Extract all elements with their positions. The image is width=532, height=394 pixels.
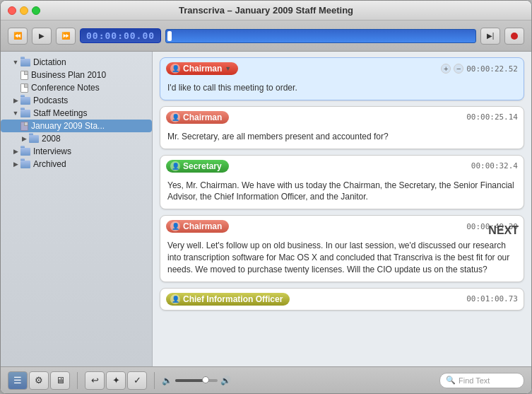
search-box[interactable]: 🔍 Find Text xyxy=(439,373,524,388)
scrubber-handle[interactable] xyxy=(167,31,172,41)
back-icon: ↩ xyxy=(91,375,99,386)
sidebar-item-jan2009[interactable]: January 2009 Sta... xyxy=(1,120,152,132)
speaker-name-3: Secretary xyxy=(183,161,222,171)
to-end-button[interactable]: ▶| xyxy=(480,28,500,45)
entry-text-1[interactable]: I'd like to call this meeting to order. xyxy=(160,79,524,100)
disclosure-triangle-2008: ▶ xyxy=(20,135,28,142)
to-end-icon: ▶| xyxy=(487,32,495,40)
add-button[interactable]: ✦ xyxy=(106,371,126,390)
entry-header-4: 👤 Chairman 00:00:49.30 xyxy=(160,216,524,237)
traffic-lights xyxy=(8,6,40,15)
person-icon-1: 👤 xyxy=(170,64,180,74)
add-icon: ✦ xyxy=(112,375,120,386)
entry-text-4[interactable]: Very well. Let's follow up on old busine… xyxy=(160,237,524,281)
speaker-badge-5[interactable]: 👤 Chief Information Officer xyxy=(166,293,290,306)
folder-icon-2008 xyxy=(29,135,39,143)
person-icon-4: 👤 xyxy=(170,221,180,231)
main-area: ▼ Dictation Business Plan 2010 Conferenc… xyxy=(1,52,531,366)
search-placeholder: Find Text xyxy=(459,376,490,385)
sidebar-item-2008[interactable]: ▶ 2008 xyxy=(1,132,152,145)
monitor-icon: 🖥 xyxy=(56,375,65,386)
rewind-button[interactable]: ⏪ xyxy=(8,28,28,45)
entry-controls-1: + − 00:00:22.52 xyxy=(441,64,518,74)
gear-icon: ⚙ xyxy=(35,375,43,386)
search-icon: 🔍 xyxy=(446,376,456,385)
volume-track[interactable] xyxy=(175,379,218,382)
window-title: Transcriva – January 2009 Staff Meeting xyxy=(179,5,353,16)
transcript-entry-1: 👤 Chairman ▼ + − 00:00:22.52 I'd like to… xyxy=(160,57,524,100)
sidebar-item-dictation[interactable]: ▼ Dictation xyxy=(1,56,152,69)
rewind-icon: ⏪ xyxy=(13,32,22,40)
fast-forward-button[interactable]: ⏩ xyxy=(56,28,76,45)
entry-header-1: 👤 Chairman ▼ + − 00:00:22.52 xyxy=(160,58,524,79)
play-icon: ▶ xyxy=(39,32,45,40)
folder-icon-podcasts xyxy=(20,97,30,105)
check-button[interactable]: ✓ xyxy=(127,371,147,390)
disclosure-triangle-dictation: ▼ xyxy=(12,59,19,66)
close-button[interactable] xyxy=(8,6,16,15)
person-icon-3: 👤 xyxy=(170,161,180,171)
volume-thumb[interactable] xyxy=(202,376,209,383)
speaker-name-5: Chief Information Officer xyxy=(183,294,283,304)
volume-control: 🔈 🔊 xyxy=(162,376,231,386)
disclosure-triangle-podcasts: ▶ xyxy=(12,97,19,104)
sidebar-label-business-plan: Business Plan 2010 xyxy=(31,70,106,80)
mute-icon: 🔈 xyxy=(162,376,172,386)
timecode-display: 00:00:00.00 xyxy=(80,28,161,43)
sidebar-label-conference-notes: Conference Notes xyxy=(31,83,100,93)
maximize-button[interactable] xyxy=(32,6,40,15)
folder-icon-archived xyxy=(20,161,30,168)
scrubber-track[interactable] xyxy=(165,29,476,43)
speaker-badge-4[interactable]: 👤 Chairman xyxy=(166,220,229,233)
entry-text-2[interactable]: Mr. Secretary, are all members present a… xyxy=(160,128,524,149)
speaker-name-1: Chairman xyxy=(183,64,222,74)
sidebar-item-business-plan[interactable]: Business Plan 2010 xyxy=(1,69,152,81)
back-button[interactable]: ↩ xyxy=(85,371,105,390)
minimize-button[interactable] xyxy=(20,6,28,15)
transcript-entry-2: 👤 Chairman 00:00:25.14 Mr. Secretary, ar… xyxy=(160,106,524,149)
volume-fill xyxy=(175,379,203,382)
remove-entry-button-1[interactable]: − xyxy=(454,64,463,74)
view-toolbar-group: ☰ ⚙ 🖥 xyxy=(8,371,70,390)
timestamp-5: 00:01:00.73 xyxy=(466,294,518,303)
entry-text-3[interactable]: Yes, Mr. Chairman. We have with us today… xyxy=(160,177,524,209)
folder-icon-interviews xyxy=(20,148,30,156)
transcript-view-button[interactable]: ☰ xyxy=(8,371,28,390)
sidebar-label-2008: 2008 xyxy=(42,134,61,144)
sidebar-label-archived: Archived xyxy=(33,159,66,169)
sidebar-label-staff-meetings: Staff Meetings xyxy=(33,108,88,118)
sidebar-item-conference-notes[interactable]: Conference Notes xyxy=(1,81,152,94)
sidebar-item-interviews[interactable]: ▶ Interviews xyxy=(1,145,152,158)
fast-forward-icon: ⏩ xyxy=(61,32,70,40)
display-button[interactable]: 🖥 xyxy=(50,371,70,390)
sidebar-item-archived[interactable]: ▶ Archived xyxy=(1,158,152,170)
settings-button[interactable]: ⚙ xyxy=(29,371,49,390)
list-icon: ☰ xyxy=(13,375,22,386)
person-icon-2: 👤 xyxy=(170,112,180,122)
sidebar-item-staff-meetings[interactable]: ▼ Staff Meetings xyxy=(1,107,152,120)
speaker-name-2: Chairman xyxy=(183,112,222,122)
speaker-badge-3[interactable]: 👤 Secretary xyxy=(166,160,229,173)
edit-toolbar-group: ↩ ✦ ✓ xyxy=(85,371,147,390)
speaker-badge-2[interactable]: 👤 Chairman xyxy=(166,111,229,124)
entry-header-2: 👤 Chairman 00:00:25.14 xyxy=(160,107,524,128)
timestamp-3: 00:00:32.4 xyxy=(471,161,518,170)
disclosure-triangle-staff-meetings: ▼ xyxy=(12,110,19,117)
transcript-content[interactable]: NEXT 👤 Chairman ▼ + − 00:00:22.52 I'd li… xyxy=(153,52,531,366)
separator-2 xyxy=(154,372,155,389)
speaker-name-4: Chairman xyxy=(183,221,222,231)
titlebar: Transcriva – January 2009 Staff Meeting xyxy=(1,1,531,21)
speaker-dropdown-1[interactable]: ▼ xyxy=(225,65,231,72)
file-icon-jan2009 xyxy=(20,122,28,131)
speaker-badge-1[interactable]: 👤 Chairman ▼ xyxy=(166,62,238,75)
sidebar-label-jan2009: January 2009 Sta... xyxy=(31,121,105,131)
sidebar: ▼ Dictation Business Plan 2010 Conferenc… xyxy=(1,52,153,366)
sidebar-item-podcasts[interactable]: ▶ Podcasts xyxy=(1,94,152,107)
record-button[interactable] xyxy=(504,28,524,45)
sidebar-label-podcasts: Podcasts xyxy=(33,95,68,105)
entry-header-5: 👤 Chief Information Officer 00:01:00.73 xyxy=(160,289,524,310)
volume-icon: 🔊 xyxy=(220,376,231,386)
folder-icon-staff-meetings xyxy=(20,110,30,117)
add-entry-button-1[interactable]: + xyxy=(441,64,451,74)
play-button[interactable]: ▶ xyxy=(32,28,52,45)
